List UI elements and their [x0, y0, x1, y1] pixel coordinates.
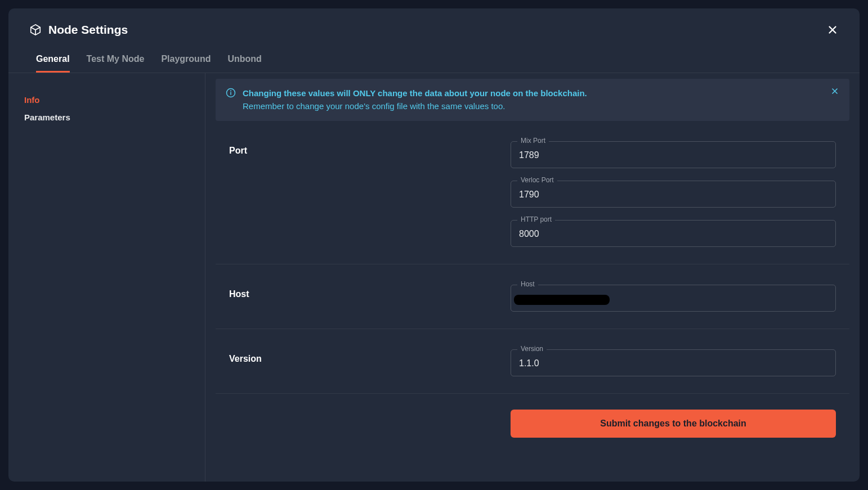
alert-close-button[interactable]: [830, 87, 839, 96]
tab-test-my-node[interactable]: Test My Node: [87, 54, 145, 73]
alert-line2: Remember to change your node's config fi…: [243, 100, 824, 113]
cube-icon: [29, 24, 42, 36]
section-port-label: Port: [229, 141, 511, 247]
version-label: Version: [517, 345, 547, 353]
title-left: Node Settings: [29, 23, 128, 37]
sidebar-item-parameters[interactable]: Parameters: [24, 109, 205, 126]
tab-general[interactable]: General: [36, 54, 70, 73]
info-icon: [226, 88, 236, 98]
title-row: Node Settings: [29, 23, 840, 37]
host-label: Host: [517, 280, 538, 288]
tab-playground[interactable]: Playground: [161, 54, 211, 73]
submit-section: Submit changes to the blockchain: [216, 394, 849, 438]
sidebar: Info Parameters: [8, 73, 205, 482]
section-port-fields: Mix Port Verloc Port HTTP port: [511, 141, 836, 247]
verloc-port-label: Verloc Port: [517, 176, 557, 184]
http-port-label: HTTP port: [517, 215, 555, 223]
mix-port-input[interactable]: [511, 141, 836, 168]
section-port: Port Mix Port Verloc Port HTTP port: [216, 121, 849, 264]
main-panel: Changing these values will ONLY change t…: [205, 73, 860, 482]
field-mix-port: Mix Port: [511, 141, 836, 168]
mix-port-label: Mix Port: [517, 137, 549, 145]
section-version-fields: Version: [511, 349, 836, 376]
field-verloc-port: Verloc Port: [511, 181, 836, 208]
info-alert: Changing these values will ONLY change t…: [216, 79, 849, 121]
section-version-label: Version: [229, 349, 511, 376]
content: Info Parameters Changing these values wi…: [8, 73, 860, 482]
close-button[interactable]: [825, 23, 840, 37]
submit-spacer: [229, 410, 511, 438]
version-input[interactable]: [511, 349, 836, 376]
close-icon: [826, 24, 839, 36]
tab-unbond[interactable]: Unbond: [227, 54, 261, 73]
field-version: Version: [511, 349, 836, 376]
section-host-fields: Host: [511, 285, 836, 312]
modal-header: Node Settings General Test My Node Playg…: [8, 8, 860, 73]
section-version: Version Version: [216, 329, 849, 394]
sidebar-item-info[interactable]: Info: [24, 91, 205, 109]
page-title: Node Settings: [48, 23, 128, 37]
section-host: Host Host: [216, 264, 849, 329]
redacted-bar: [514, 295, 610, 305]
field-http-port: HTTP port: [511, 220, 836, 247]
tab-bar: General Test My Node Playground Unbond: [29, 54, 840, 73]
submit-button[interactable]: Submit changes to the blockchain: [511, 410, 836, 438]
svg-point-2: [231, 91, 231, 91]
section-host-label: Host: [229, 285, 511, 312]
alert-line1: Changing these values will ONLY change t…: [243, 87, 824, 100]
verloc-port-input[interactable]: [511, 181, 836, 208]
http-port-input[interactable]: [511, 220, 836, 247]
node-settings-modal: Node Settings General Test My Node Playg…: [8, 8, 860, 482]
alert-text: Changing these values will ONLY change t…: [243, 87, 824, 113]
field-host: Host: [511, 285, 836, 312]
